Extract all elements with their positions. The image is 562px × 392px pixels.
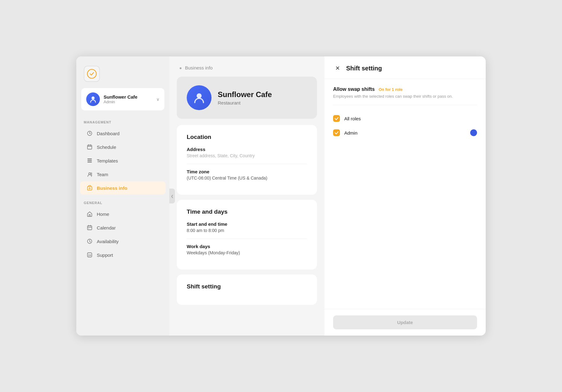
allow-swap-desc: Employees with the selected roles can sw… <box>333 94 477 99</box>
timezone-value: (UTC-06:00) Central Time (US & Canada) <box>187 176 307 180</box>
svg-point-0 <box>87 69 96 78</box>
business-info-label: Business info <box>97 185 127 191</box>
role-item-all-roles: All roles <box>333 111 477 126</box>
admin-role-label: Admin <box>344 130 466 136</box>
calendar-label: Calendar <box>97 225 116 230</box>
svg-rect-12 <box>88 228 89 229</box>
panel-section-divider <box>333 105 477 105</box>
start-end-label: Start and end time <box>187 221 307 227</box>
role-item-admin: Admin <box>333 126 477 140</box>
support-icon: 24 <box>86 252 93 258</box>
header-circle-icon: ● <box>179 65 182 70</box>
business-info-icon <box>86 185 93 191</box>
panel-title: Shift setting <box>346 65 382 72</box>
svg-rect-4 <box>87 158 92 159</box>
allow-swap-badge: On for 1 role <box>379 87 403 92</box>
svg-rect-6 <box>87 162 92 163</box>
update-button[interactable]: Update <box>333 315 477 329</box>
work-days-row: Work days Weekdays (Monday-Friday) <box>187 244 307 255</box>
svg-point-10 <box>89 188 90 189</box>
home-label: Home <box>97 212 109 217</box>
team-label: Team <box>97 172 108 177</box>
timezone-row: Time zone (UTC-06:00) Central Time (US &… <box>187 169 307 180</box>
support-label: Support <box>97 252 113 258</box>
address-label: Address <box>187 147 307 152</box>
svg-rect-11 <box>87 226 92 230</box>
allow-swap-section: Allow swap shifts On for 1 role Employee… <box>333 87 477 99</box>
location-section: Location Address Street address, State, … <box>177 125 317 195</box>
all-roles-checkbox[interactable] <box>333 115 340 122</box>
calendar-icon <box>86 224 93 231</box>
business-card-name: Sunflower Cafe <box>218 90 272 99</box>
management-section-label: MANAGEMENT <box>76 119 169 127</box>
address-row: Address Street address, State, City, Cou… <box>187 147 307 158</box>
workspace-chevron-icon: ∨ <box>156 97 159 102</box>
panel-body: Allow swap shifts On for 1 role Employee… <box>324 79 486 309</box>
time-days-section: Time and days Start and end time 8:00 am… <box>177 200 317 270</box>
svg-text:24: 24 <box>88 254 91 257</box>
work-days-label: Work days <box>187 244 307 249</box>
templates-icon <box>86 157 93 164</box>
admin-checkbox[interactable] <box>333 129 340 136</box>
right-panel: ✕ Shift setting Allow swap shifts On for… <box>324 56 486 336</box>
dashboard-icon <box>86 130 93 137</box>
sidebar-item-templates[interactable]: Templates <box>80 154 166 167</box>
svg-point-7 <box>89 173 91 175</box>
close-button[interactable]: ✕ <box>333 64 342 73</box>
home-icon <box>86 211 93 217</box>
shift-setting-preview: Shift setting <box>177 274 317 305</box>
sidebar-item-dashboard[interactable]: Dashboard <box>80 127 166 140</box>
workspace-name: Sunflower Cafe <box>104 94 153 100</box>
workspace-role: Admin <box>104 100 153 104</box>
sidebar-item-calendar[interactable]: Calendar <box>80 221 166 234</box>
general-section-label: GENERAL <box>76 200 169 207</box>
app-logo <box>84 66 100 82</box>
location-title: Location <box>187 134 307 140</box>
all-roles-label: All roles <box>344 116 477 121</box>
svg-point-16 <box>197 93 202 98</box>
address-value: Street address, State, City, Country <box>187 153 307 158</box>
sidebar-item-home[interactable]: Home <box>80 207 166 220</box>
sidebar: Sunflower Cafe Admin ∨ MANAGEMENT Dashbo… <box>76 56 169 336</box>
workspace-selector[interactable]: Sunflower Cafe Admin ∨ <box>81 88 164 110</box>
time-divider <box>187 238 307 239</box>
team-icon <box>86 171 93 178</box>
sidebar-item-team[interactable]: Team <box>80 168 166 181</box>
timezone-label: Time zone <box>187 169 307 174</box>
logo-area <box>76 63 169 88</box>
availability-icon <box>86 238 93 245</box>
shift-setting-preview-title: Shift setting <box>187 283 307 290</box>
header-text: Business info <box>185 65 212 70</box>
svg-point-8 <box>91 173 92 174</box>
svg-rect-3 <box>87 145 92 149</box>
main-header: ● Business info <box>169 56 324 77</box>
business-info-block: Sunflower Cafe Restaurant <box>218 90 272 105</box>
allow-swap-label: Allow swap shifts <box>333 87 375 92</box>
schedule-icon <box>86 144 93 150</box>
templates-label: Templates <box>97 158 118 163</box>
sidebar-item-support[interactable]: 24 Support <box>80 248 166 261</box>
business-avatar <box>187 85 212 110</box>
sidebar-item-business-info[interactable]: Business info <box>80 181 166 194</box>
sidebar-collapse-button[interactable]: ❮ <box>169 189 175 203</box>
panel-footer: Update <box>324 309 486 336</box>
sidebar-item-schedule[interactable]: Schedule <box>80 140 166 154</box>
workspace-info: Sunflower Cafe Admin <box>104 94 153 104</box>
dashboard-label: Dashboard <box>97 131 119 136</box>
start-end-value: 8:00 am to 8:00 pm <box>187 228 307 233</box>
work-days-value: Weekdays (Monday-Friday) <box>187 250 307 255</box>
availability-label: Availability <box>97 239 119 244</box>
svg-rect-5 <box>87 160 92 161</box>
location-divider <box>187 164 307 164</box>
start-end-row: Start and end time 8:00 am to 8:00 pm <box>187 221 307 233</box>
business-card-type: Restaurant <box>218 100 272 105</box>
admin-role-color-dot <box>470 129 477 136</box>
sidebar-item-availability[interactable]: Availability <box>80 235 166 248</box>
business-card: Sunflower Cafe Restaurant <box>177 77 317 119</box>
svg-point-1 <box>91 96 95 100</box>
svg-rect-9 <box>87 186 92 190</box>
main-content: ❮ ● Business info Sunflower Cafe Restaur… <box>169 56 324 336</box>
panel-header: ✕ Shift setting <box>324 56 486 79</box>
schedule-label: Schedule <box>97 145 116 150</box>
time-days-title: Time and days <box>187 208 307 215</box>
